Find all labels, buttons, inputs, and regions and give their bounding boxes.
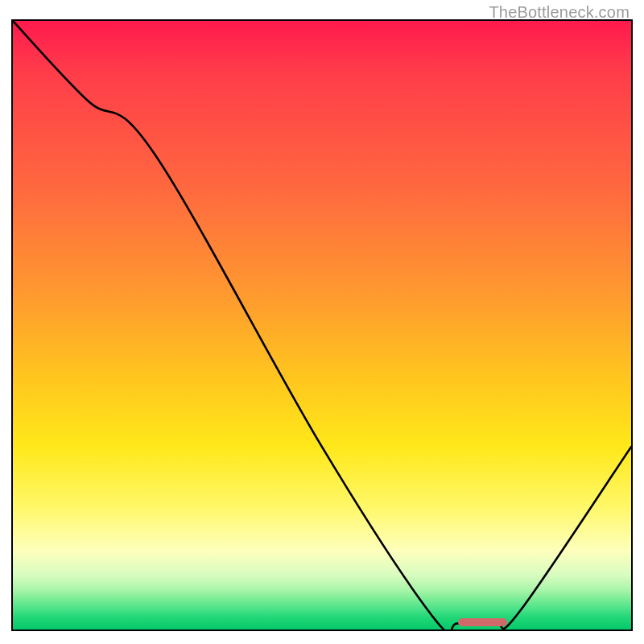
optimal-marker [458,618,507,626]
chart-container: TheBottleneck.com [0,0,644,644]
bottleneck-curve [13,21,631,630]
watermark-text: TheBottleneck.com [489,3,630,22]
curve-path [13,21,631,630]
plot-area [11,19,633,631]
